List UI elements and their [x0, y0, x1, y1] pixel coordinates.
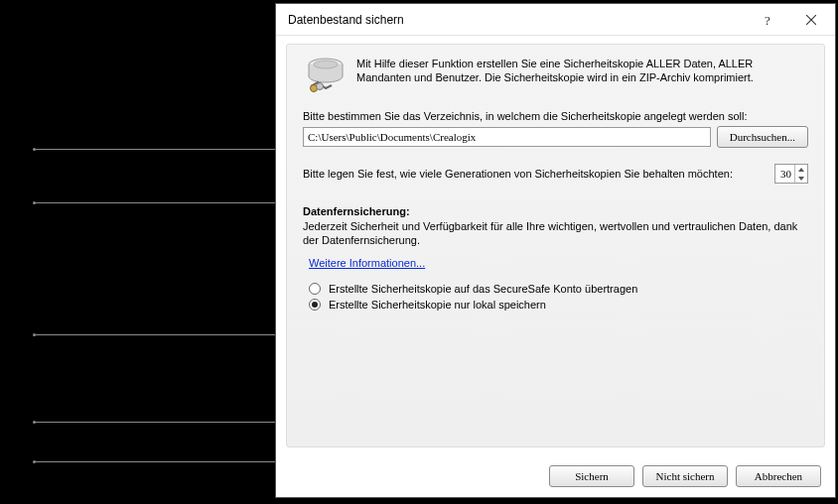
browse-button[interactable]: Durchsuchen... — [717, 126, 808, 148]
option-upload-label: Erstellte Sicherheitskopie auf das Secur… — [329, 283, 637, 295]
callout-line — [34, 334, 275, 335]
callout-dot — [33, 421, 36, 424]
option-local[interactable]: Erstellte Sicherheitskopie nur lokal spe… — [309, 299, 808, 311]
callout-dot — [33, 201, 36, 204]
dialog-footer: Sichern Nicht sichern Abbrechen — [276, 465, 835, 487]
close-button[interactable] — [789, 6, 833, 34]
intro-row: Mit Hilfe dieser Funktion erstellen Sie … — [303, 57, 808, 96]
callout-line — [34, 422, 275, 423]
svg-point-6 — [317, 83, 324, 90]
callout-dot — [33, 460, 36, 463]
callout-line — [34, 149, 275, 150]
spinner-up-icon[interactable] — [795, 165, 807, 174]
callout-line — [34, 461, 275, 462]
remote-backup-section: Datenfernsicherung: Jederzeit Sicherheit… — [303, 205, 808, 311]
svg-point-4 — [314, 61, 338, 68]
callout-line — [34, 202, 275, 203]
nosave-button[interactable]: Nicht sichern — [642, 465, 728, 487]
svg-marker-7 — [798, 168, 804, 172]
remote-backup-title: Datenfernsicherung: — [303, 205, 410, 217]
cancel-button[interactable]: Abbrechen — [736, 465, 821, 487]
radio-icon — [309, 299, 321, 311]
more-info-link[interactable]: Weitere Informationen... — [309, 257, 425, 269]
dialog-client: Mit Hilfe dieser Funktion erstellen Sie … — [286, 44, 825, 447]
titlebar: Datenbestand sichern ? — [276, 4, 835, 36]
generations-spinner[interactable]: 30 — [774, 164, 808, 184]
intro-text: Mit Hilfe dieser Funktion erstellen Sie … — [356, 57, 808, 96]
generations-label: Bitte legen Sie fest, wie viele Generati… — [303, 168, 767, 180]
help-button[interactable]: ? — [746, 6, 789, 34]
window-title: Datenbestand sichern — [288, 13, 746, 27]
callout-dot — [33, 148, 36, 151]
remote-backup-desc: Jederzeit Sicherheit und Verfügbarkeit f… — [303, 219, 808, 247]
save-button[interactable]: Sichern — [549, 465, 634, 487]
directory-label: Bitte bestimmen Sie das Verzeichnis, in … — [303, 110, 808, 122]
option-upload[interactable]: Erstellte Sicherheitskopie auf das Secur… — [309, 283, 808, 295]
backup-disk-icon — [303, 57, 347, 96]
callout-dot — [33, 333, 36, 336]
option-local-label: Erstellte Sicherheitskopie nur lokal spe… — [329, 299, 546, 311]
spinner-down-icon[interactable] — [795, 174, 807, 183]
directory-input[interactable] — [303, 127, 711, 147]
svg-marker-8 — [798, 177, 804, 181]
radio-icon — [309, 283, 321, 295]
svg-text:?: ? — [765, 13, 770, 27]
generations-value[interactable]: 30 — [775, 165, 794, 183]
dialog-window: Datenbestand sichern ? Mit Hilfe dieser … — [275, 3, 836, 498]
